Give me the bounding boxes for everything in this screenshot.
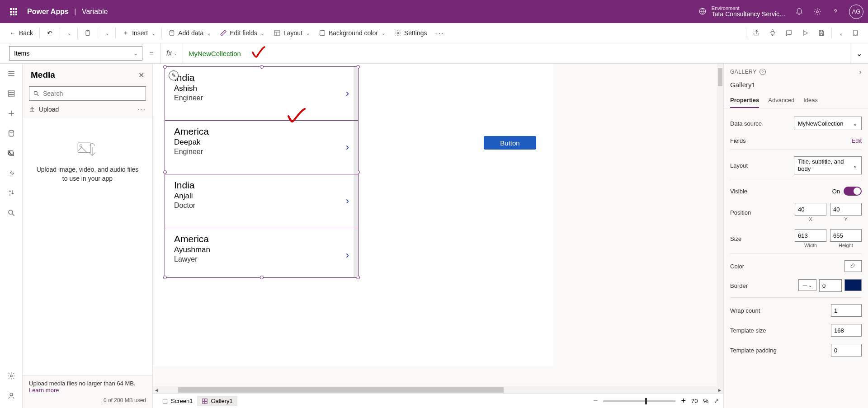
- variables-icon[interactable]: [6, 188, 17, 198]
- data-source-select[interactable]: MyNewCollection⌄: [794, 117, 862, 130]
- insert-rail-icon[interactable]: [6, 108, 17, 119]
- selected-control-name: Gallery1: [724, 80, 868, 93]
- settings-gear-icon[interactable]: [813, 7, 822, 16]
- search-rail-icon[interactable]: [6, 207, 17, 218]
- undo-button[interactable]: ↶: [42, 27, 58, 39]
- template-padding-input[interactable]: [831, 344, 862, 356]
- height-input[interactable]: [830, 229, 862, 242]
- canvas-vertical-scrollbar[interactable]: [717, 64, 723, 386]
- media-rail-icon[interactable]: [6, 148, 17, 159]
- environment-picker[interactable]: Environment Tata Consultancy Servic…: [698, 5, 786, 18]
- add-data-button[interactable]: Add data ⌄: [164, 27, 215, 39]
- media-footer: Upload media files no larger than 64 MB.…: [23, 375, 152, 408]
- zoom-out-button[interactable]: −: [593, 396, 598, 406]
- paste-button[interactable]: [80, 27, 96, 39]
- fx-button[interactable]: fx ⌄: [160, 43, 183, 64]
- item-subtitle: Deepak: [174, 138, 349, 147]
- bg-color-button[interactable]: Background color ⌄: [314, 27, 390, 39]
- item-body: Engineer: [174, 94, 349, 102]
- upload-button[interactable]: Upload: [29, 106, 59, 113]
- data-rail-icon[interactable]: [6, 128, 17, 139]
- tree-view-icon[interactable]: [6, 88, 17, 99]
- gallery-item[interactable]: India Ashish Engineer ›: [165, 67, 358, 121]
- gear-icon: [394, 29, 401, 37]
- formula-expand[interactable]: ⌄: [850, 43, 868, 64]
- close-icon[interactable]: ✕: [138, 71, 144, 80]
- edit-template-icon[interactable]: ✎: [169, 70, 179, 80]
- media-drop-zone[interactable]: Upload image, video, and audio files to …: [23, 118, 152, 375]
- notifications-icon[interactable]: [795, 7, 804, 16]
- media-more-button[interactable]: ···: [137, 105, 146, 113]
- width-input[interactable]: [795, 229, 826, 242]
- virtual-agent-icon[interactable]: [6, 390, 17, 401]
- comments-button[interactable]: [781, 27, 797, 39]
- waffle-menu[interactable]: [5, 8, 23, 15]
- share-button[interactable]: [748, 27, 764, 39]
- chevron-right-icon[interactable]: ›: [346, 249, 349, 261]
- learn-more-link[interactable]: Learn more: [29, 387, 59, 394]
- svg-line-28: [37, 94, 39, 96]
- breadcrumb-screen[interactable]: Screen1: [157, 396, 197, 406]
- info-icon[interactable]: ?: [760, 69, 766, 75]
- undo-dropdown[interactable]: ⌄: [62, 28, 75, 38]
- preview-button[interactable]: [797, 27, 813, 39]
- border-width-input[interactable]: [819, 279, 842, 292]
- insert-button[interactable]: ＋ Insert ⌄: [118, 27, 160, 39]
- tab-advanced[interactable]: Advanced: [768, 93, 794, 108]
- panel-expand-icon[interactable]: ›: [859, 68, 862, 75]
- visible-toggle[interactable]: [844, 187, 862, 196]
- border-style-select[interactable]: — ⌄: [798, 279, 816, 291]
- formula-input[interactable]: MyNewCollection: [183, 43, 850, 64]
- undo-icon: ↶: [46, 29, 53, 37]
- media-search-input[interactable]: [43, 90, 142, 97]
- svg-rect-35: [205, 401, 208, 403]
- paste-dropdown[interactable]: ⌄: [100, 28, 113, 38]
- color-picker[interactable]: [844, 260, 862, 272]
- publish-button[interactable]: [847, 27, 863, 39]
- settings-rail-icon[interactable]: [6, 370, 17, 381]
- search-icon: [33, 90, 39, 97]
- border-color-picker[interactable]: [844, 279, 862, 291]
- fit-to-window-icon[interactable]: ⤢: [714, 398, 719, 404]
- layout-select[interactable]: Title, subtitle, and body⌄: [794, 156, 862, 174]
- settings-button[interactable]: Settings: [390, 27, 432, 39]
- gallery-item[interactable]: America Deepak Engineer ›: [165, 121, 358, 174]
- hamburger-icon[interactable]: [6, 68, 17, 79]
- position-x-input[interactable]: [795, 203, 826, 216]
- property-selector[interactable]: Items ⌄: [9, 46, 142, 61]
- breadcrumb-gallery[interactable]: Gallery1: [197, 396, 237, 406]
- save-button[interactable]: [813, 27, 830, 39]
- media-search[interactable]: [29, 86, 146, 101]
- app-checker-button[interactable]: [764, 27, 781, 39]
- gallery-item[interactable]: America Ayushman Lawyer ›: [165, 228, 358, 282]
- chevron-right-icon[interactable]: ›: [346, 195, 349, 207]
- position-y-input[interactable]: [830, 203, 862, 216]
- media-title: Media: [31, 70, 55, 80]
- fields-edit-link[interactable]: Edit: [852, 137, 862, 144]
- edit-fields-button[interactable]: Edit fields ⌄: [215, 27, 269, 39]
- zoom-slider[interactable]: [603, 400, 675, 402]
- chevron-right-icon[interactable]: ›: [346, 141, 349, 153]
- wrap-count-label: Wrap count: [730, 307, 760, 314]
- zoom-in-button[interactable]: +: [681, 396, 686, 406]
- size-label: Size: [730, 235, 741, 242]
- power-automate-icon[interactable]: [6, 168, 17, 178]
- save-dropdown[interactable]: ⌄: [834, 28, 847, 38]
- wrap-count-input[interactable]: [831, 304, 862, 317]
- tab-ideas[interactable]: Ideas: [803, 93, 818, 108]
- formula-text: MyNewCollection: [189, 50, 241, 57]
- equals-sign: =: [142, 49, 160, 57]
- template-size-input[interactable]: [831, 324, 862, 337]
- help-icon[interactable]: [831, 7, 840, 16]
- chevron-right-icon[interactable]: ›: [346, 88, 349, 99]
- canvas-horizontal-scrollbar[interactable]: ◄►: [153, 386, 723, 394]
- tab-properties[interactable]: Properties: [730, 93, 759, 108]
- canvas-button-control[interactable]: Button: [484, 136, 536, 150]
- back-button[interactable]: ← Back: [5, 27, 38, 39]
- gallery-item[interactable]: India Anjali Doctor ›: [165, 174, 358, 228]
- overflow-button[interactable]: ···: [432, 27, 449, 39]
- design-canvas[interactable]: ✎ India Ashish Engineer › America Deepak: [153, 64, 553, 366]
- layout-button[interactable]: Layout ⌄: [269, 27, 314, 39]
- user-avatar[interactable]: AG: [849, 5, 863, 19]
- gallery-control[interactable]: ✎ India Ashish Engineer › America Deepak: [165, 66, 359, 278]
